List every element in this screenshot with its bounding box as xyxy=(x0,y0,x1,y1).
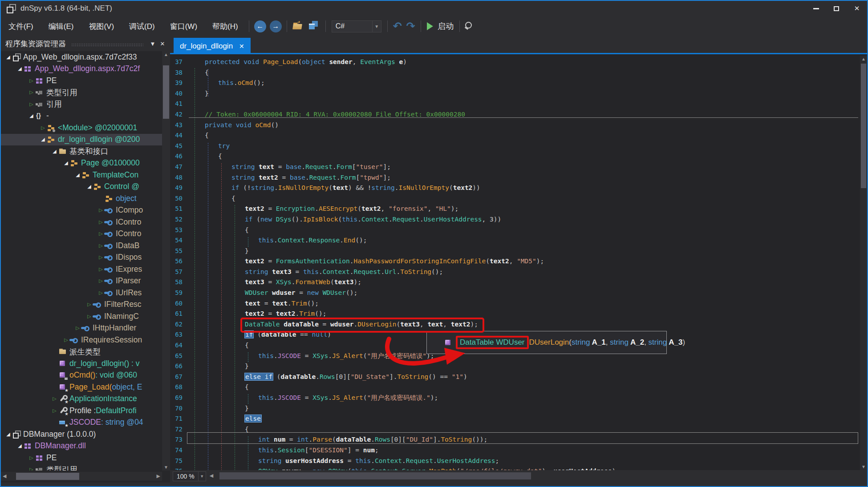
scroll-up-icon[interactable]: ▲ xyxy=(860,56,867,61)
menu-item-1[interactable]: 文件(F) xyxy=(1,19,41,34)
tree-item[interactable]: App_Web_dllogin.aspx.7d7c2f33 xyxy=(1,51,162,63)
panel-close-button[interactable]: ✕ xyxy=(158,39,167,49)
tree-item[interactable]: Control @ xyxy=(1,181,162,193)
expander-collapsed-icon[interactable] xyxy=(97,290,105,296)
expander-collapsed-icon[interactable] xyxy=(97,278,105,284)
expander-collapsed-icon[interactable] xyxy=(28,467,35,471)
menu-item-3[interactable]: 视图(V) xyxy=(81,19,122,34)
minimize-button[interactable] xyxy=(806,1,826,16)
tree-item[interactable]: IDispos xyxy=(1,252,162,264)
expander-collapsed-icon[interactable] xyxy=(97,243,105,249)
search-icon[interactable] xyxy=(463,20,475,32)
expander-expanded-icon[interactable] xyxy=(85,184,93,189)
scrollbar-thumb[interactable] xyxy=(219,472,531,479)
tree-item[interactable]: IParser xyxy=(1,275,162,287)
expander-collapsed-icon[interactable] xyxy=(97,207,105,213)
code-line-76[interactable]: 76QOWrv qowrv = new QOWrv(this.Context.S… xyxy=(170,466,860,470)
tree-item[interactable]: 类型引用 xyxy=(1,87,162,99)
tree-item[interactable]: IContro xyxy=(1,216,162,228)
tree-item[interactable]: JSCODE : string @04 xyxy=(1,417,162,429)
code-line-72[interactable]: 72{ xyxy=(170,424,860,435)
tree-item[interactable]: 基类和接口 xyxy=(1,145,162,157)
menu-item-6[interactable]: 帮助(H) xyxy=(205,19,246,34)
tree-horizontal-scrollbar[interactable]: ◀ ▶ xyxy=(1,472,162,481)
tree-item[interactable]: INamingC xyxy=(1,310,162,322)
expander-collapsed-icon[interactable] xyxy=(28,455,35,461)
tree-item[interactable]: - xyxy=(1,110,162,122)
tree-item[interactable]: 引用 xyxy=(1,98,162,110)
tree-item[interactable]: App_Web_dllogin.aspx.7d7c2f xyxy=(1,63,162,75)
code-line-68[interactable]: 68{ xyxy=(170,382,860,393)
expander-collapsed-icon[interactable] xyxy=(97,266,105,272)
code-line-49[interactable]: 49if (!string.IsNullOrEmpty(text) && !st… xyxy=(170,183,860,193)
tab-close-icon[interactable]: ✕ xyxy=(239,43,244,50)
code-line-46[interactable]: 46{ xyxy=(170,151,860,162)
code-line-38[interactable]: 38{ xyxy=(170,68,860,78)
expander-collapsed-icon[interactable] xyxy=(85,302,93,307)
tree-item[interactable]: <Module> @02000001 xyxy=(1,122,162,134)
scroll-right-icon[interactable]: ▶ xyxy=(157,473,160,479)
tree-item[interactable]: 派生类型 xyxy=(1,346,162,358)
tree-item[interactable]: IUrlRes xyxy=(1,287,162,299)
tree-item[interactable]: dr_login_dllogin() : v xyxy=(1,358,162,370)
expander-collapsed-icon[interactable] xyxy=(97,254,105,260)
tree-item[interactable]: Page_Load(object, E xyxy=(1,381,162,393)
expander-collapsed-icon[interactable] xyxy=(28,101,35,107)
expander-expanded-icon[interactable] xyxy=(4,54,12,60)
expander-expanded-icon[interactable] xyxy=(51,149,58,154)
tree-item[interactable]: PE xyxy=(1,452,162,464)
editor-horizontal-scrollbar[interactable]: ◀ xyxy=(209,471,864,481)
tree-item-selected[interactable]: dr_login_dllogin @0200 xyxy=(1,134,162,146)
code-line-71[interactable]: 71else xyxy=(170,414,860,424)
code-line-62[interactable]: 62DataTable dataTable = wduser.DUserLogi… xyxy=(170,319,860,330)
undo-button[interactable]: ↶ xyxy=(393,20,402,32)
navigate-back-button[interactable]: ← xyxy=(254,20,266,32)
scrollbar-thumb[interactable] xyxy=(861,64,866,188)
scroll-up-icon[interactable]: ▲ xyxy=(162,52,170,57)
tree-item[interactable]: TemplateCon xyxy=(1,169,162,181)
tree-item[interactable]: oCmd() : void @060 xyxy=(1,370,162,382)
expander-collapsed-icon[interactable] xyxy=(39,125,47,131)
code-line-54[interactable]: 54this.Context.Response.End(); xyxy=(170,235,860,246)
tree-item[interactable]: DBManager.dll xyxy=(1,440,162,452)
code-line-39[interactable]: 39this.oCmd(); xyxy=(170,78,860,89)
scrollbar-thumb[interactable] xyxy=(163,65,169,119)
tree-item[interactable]: IRequiresSession xyxy=(1,334,162,346)
tree-item[interactable]: IFilterResc xyxy=(1,299,162,311)
tree-item[interactable]: ApplicationInstance xyxy=(1,393,162,405)
code-line-73[interactable]: 73int num = int.Parse(dataTable.Rows[0][… xyxy=(170,435,860,445)
code-line-74[interactable]: 74this.Session["DSESSION"] = num; xyxy=(170,445,860,456)
code-line-45[interactable]: 45try xyxy=(170,141,860,152)
code-line-53[interactable]: 53{ xyxy=(170,225,860,236)
code-line-69[interactable]: 69this.JSCODE = XSys.JS_Alert("用户名或密码错误.… xyxy=(170,393,860,403)
expander-collapsed-icon[interactable] xyxy=(51,408,58,414)
tree-item[interactable]: IContro xyxy=(1,228,162,240)
expander-expanded-icon[interactable] xyxy=(4,431,12,437)
expander-expanded-icon[interactable] xyxy=(28,113,35,119)
chevron-down-icon[interactable]: ▼ xyxy=(372,21,381,32)
code-line-70[interactable]: 70} xyxy=(170,403,860,414)
tree-item[interactable]: 类型引用 xyxy=(1,464,162,471)
code-line-51[interactable]: 51text2 = Encryption.AESEncrypt(text2, "… xyxy=(170,204,860,214)
code-line-58[interactable]: 58text3 = XSys.FormatWeb(text3); xyxy=(170,277,860,288)
expander-collapsed-icon[interactable] xyxy=(28,89,35,95)
code-line-56[interactable]: 56text2 = FormsAuthentication.HashPasswo… xyxy=(170,256,860,267)
panel-menu-button[interactable]: ▼ xyxy=(148,39,158,49)
tree-item[interactable]: IExpres xyxy=(1,263,162,275)
redo-button[interactable]: ↷ xyxy=(406,20,415,32)
code-line-48[interactable]: 48string text2 = base.Request.Form["tpwd… xyxy=(170,173,860,183)
expander-expanded-icon[interactable] xyxy=(39,137,47,142)
code-line-59[interactable]: 59WDUser wduser = new WDUser(); xyxy=(170,288,860,298)
expander-collapsed-icon[interactable] xyxy=(28,78,35,84)
tree-item[interactable]: ICompo xyxy=(1,205,162,217)
tree-item[interactable]: IDataB xyxy=(1,240,162,252)
expander-collapsed-icon[interactable] xyxy=(51,396,58,402)
maximize-button[interactable] xyxy=(826,1,847,16)
scroll-down-icon[interactable]: ▼ xyxy=(860,464,867,469)
code-line-61[interactable]: 61text2 = text2.Trim(); xyxy=(170,309,860,319)
tree-item[interactable]: object xyxy=(1,193,162,205)
tree-item[interactable]: PE xyxy=(1,75,162,87)
close-button[interactable]: ✕ xyxy=(847,1,867,16)
menu-item-5[interactable]: 窗口(W) xyxy=(162,19,205,34)
code-line-37[interactable]: 37protected void Page_Load(object sender… xyxy=(170,57,860,68)
